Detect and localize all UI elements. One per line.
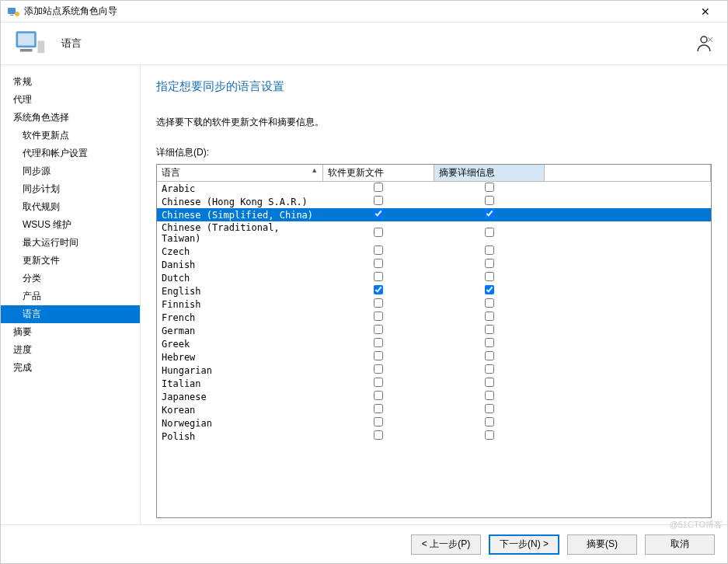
table-row[interactable]: Czech [157,245,711,258]
sidebar-item-1[interactable]: 代理 [1,91,140,109]
summary-checkbox[interactable] [485,183,494,192]
summary-checkbox[interactable] [485,391,494,400]
sidebar-item-11[interactable]: 分类 [1,270,140,287]
table-row[interactable]: English [157,284,711,298]
files-checkbox[interactable] [374,430,383,440]
files-checkbox[interactable] [374,245,383,255]
table-row[interactable]: Chinese (Hong Kong S.A.R.) [157,195,711,208]
summary-checkbox[interactable] [485,298,494,308]
prev-button[interactable]: < 上一步(P) [411,534,481,555]
table-row[interactable]: Hungarian [157,364,711,377]
files-checkbox[interactable] [374,272,383,281]
table-scroll[interactable]: 语言▲ 软件更新文件 摘要详细信息 ArabicChinese (Hong Ko… [157,165,711,517]
summary-checkbox[interactable] [485,228,494,237]
files-checkbox[interactable] [374,285,383,294]
table-row[interactable]: German [157,324,711,337]
lang-cell: Dutch [157,271,323,284]
col-language[interactable]: 语言▲ [157,165,323,182]
next-button[interactable]: 下一步(N) > [489,534,559,555]
summary-checkbox[interactable] [485,312,494,321]
sidebar-item-4[interactable]: 代理和帐户设置 [1,144,140,162]
files-checkbox[interactable] [374,196,383,205]
table-row[interactable]: Finnish [157,298,711,311]
sidebar-item-9[interactable]: 最大运行时间 [1,234,140,252]
lang-cell: Chinese (Hong Kong S.A.R.) [157,195,323,208]
table-row[interactable]: Japanese [157,390,711,403]
sidebar-item-2[interactable]: 系统角色选择 [1,109,140,127]
body: 常规代理系统角色选择软件更新点代理和帐户设置同步源同步计划取代规则WSUS 维护… [1,65,727,524]
files-cell [323,311,434,324]
files-checkbox[interactable] [374,351,383,360]
summary-checkbox[interactable] [485,351,494,360]
files-checkbox[interactable] [374,209,383,218]
sidebar-item-5[interactable]: 同步源 [1,162,140,180]
files-checkbox[interactable] [374,183,383,192]
files-cell [323,271,434,284]
files-checkbox[interactable] [374,364,383,374]
summary-cell [434,284,545,298]
table-row[interactable]: Greek [157,337,711,350]
summary-cell [434,311,545,324]
cancel-button[interactable]: 取消 [645,534,715,555]
lang-cell: Norwegian [157,416,323,430]
summary-checkbox[interactable] [485,209,494,218]
files-checkbox[interactable] [374,417,383,426]
files-checkbox[interactable] [374,391,383,400]
summary-checkbox[interactable] [485,430,494,440]
summary-checkbox[interactable] [485,378,494,387]
table-row[interactable]: Polish [157,430,711,443]
sidebar-item-12[interactable]: 产品 [1,287,140,305]
summary-checkbox[interactable] [485,196,494,205]
header-title: 语言 [61,37,696,50]
instruction-text: 选择要下载的软件更新文件和摘要信息。 [156,116,712,129]
sidebar-item-13[interactable]: 语言 [1,305,140,323]
table-row[interactable]: Dutch [157,271,711,284]
sidebar-item-16[interactable]: 完成 [1,359,140,377]
sidebar-item-15[interactable]: 进度 [1,341,140,359]
table-row[interactable]: Norwegian [157,416,711,430]
table-row[interactable]: Korean [157,403,711,416]
summary-checkbox[interactable] [485,338,494,347]
table-row[interactable]: Arabic [157,182,711,196]
summary-checkbox[interactable] [485,325,494,334]
svg-rect-4 [18,33,34,46]
summary-cell [434,364,545,377]
files-cell [323,221,434,245]
summary-checkbox[interactable] [485,272,494,281]
sidebar-item-3[interactable]: 软件更新点 [1,127,140,144]
table-row[interactable]: Chinese (Simplified, China) [157,208,711,221]
summary-checkbox[interactable] [485,285,494,294]
table-row[interactable]: Italian [157,377,711,390]
sidebar-item-8[interactable]: WSUS 维护 [1,216,140,234]
summary-checkbox[interactable] [485,245,494,255]
files-checkbox[interactable] [374,312,383,321]
sidebar-item-7[interactable]: 取代规则 [1,198,140,216]
footer: < 上一步(P) 下一步(N) > 摘要(S) 取消 [1,524,727,563]
files-checkbox[interactable] [374,378,383,387]
col-files[interactable]: 软件更新文件 [323,165,434,182]
table-row[interactable]: Hebrew [157,350,711,364]
language-table-container: 语言▲ 软件更新文件 摘要详细信息 ArabicChinese (Hong Ko… [156,164,712,518]
sidebar-item-0[interactable]: 常规 [1,73,140,91]
close-button[interactable]: ✕ [690,1,721,22]
files-checkbox[interactable] [374,325,383,334]
col-summary[interactable]: 摘要详细信息 [434,165,545,182]
sidebar-item-10[interactable]: 更新文件 [1,252,140,270]
summary-cell [434,403,545,416]
summary-checkbox[interactable] [485,259,494,268]
files-checkbox[interactable] [374,298,383,308]
summary-checkbox[interactable] [485,404,494,413]
files-checkbox[interactable] [374,259,383,268]
sidebar-item-14[interactable]: 摘要 [1,323,140,341]
files-checkbox[interactable] [374,404,383,413]
sidebar-item-6[interactable]: 同步计划 [1,180,140,198]
files-checkbox[interactable] [374,338,383,347]
summary-button[interactable]: 摘要(S) [567,534,637,555]
files-checkbox[interactable] [374,228,383,237]
summary-checkbox[interactable] [485,364,494,374]
table-row[interactable]: Danish [157,258,711,271]
table-row[interactable]: French [157,311,711,324]
summary-checkbox[interactable] [485,417,494,426]
table-row[interactable]: Chinese (Traditional, Taiwan) [157,221,711,245]
summary-cell [434,324,545,337]
